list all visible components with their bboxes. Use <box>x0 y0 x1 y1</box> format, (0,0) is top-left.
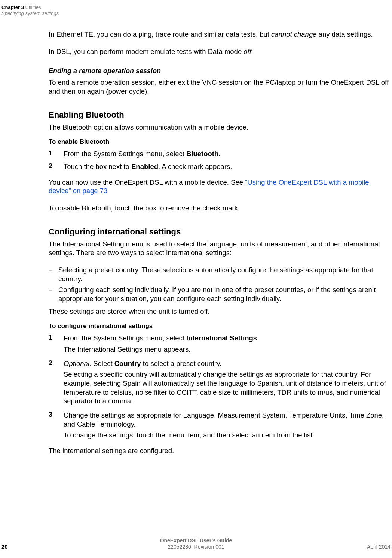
step-body: Change the settings as appropriate for L… <box>64 411 390 440</box>
step-number: 2 <box>49 359 64 406</box>
dash-bullet: – <box>49 266 58 283</box>
list-item: 2 Optional. Select Country to select a p… <box>49 359 390 406</box>
step-sub: The International Settings menu appears. <box>64 345 259 354</box>
page-header: Chapter 3 Utilities Specifying system se… <box>1 4 59 16</box>
numbered-list: 1 From the System Settings menu, select … <box>49 149 390 171</box>
list-item: – Configuring each setting individually.… <box>49 285 390 303</box>
step-body: Touch the box next to Enabled. A check m… <box>64 162 232 171</box>
section-title: Specifying system settings <box>1 10 59 16</box>
paragraph: In DSL, you can perform modem emulate te… <box>49 47 390 56</box>
step-body: Optional. Select Country to select a pre… <box>64 359 390 406</box>
step-number: 1 <box>49 149 64 158</box>
list-body: Configuring each setting individually. I… <box>58 285 390 303</box>
list-body: Selecting a preset country. These select… <box>58 266 390 283</box>
paragraph: To disable Bluetooth, touch the box to r… <box>49 204 390 213</box>
list-item: 1 From the System Settings menu, select … <box>49 334 390 354</box>
page-number: 20 <box>1 543 8 550</box>
numbered-list: 1 From the System Settings menu, select … <box>49 334 390 440</box>
heading-to-enable-bluetooth: To enable Bluetooth <box>49 138 390 146</box>
dash-list: – Selecting a preset country. These sele… <box>49 266 390 303</box>
heading-to-configure-international: To configure international settings <box>49 322 390 330</box>
step-number: 3 <box>49 411 64 440</box>
step-body: From the System Settings menu, select In… <box>64 334 259 354</box>
chapter-title: Utilities <box>24 4 41 10</box>
list-item: 2 Touch the box next to Enabled. A check… <box>49 162 390 171</box>
step-number: 2 <box>49 162 64 171</box>
page-footer: OneExpert DSL User’s Guide 22052280, Rev… <box>0 537 392 550</box>
list-item: – Selecting a preset country. These sele… <box>49 266 390 283</box>
page-date: April 2014 <box>367 544 391 550</box>
heading-ending-remote: Ending a remote operation session <box>49 67 390 75</box>
heading-configuring-international: Configuring international settings <box>49 227 390 237</box>
list-item: 1 From the System Settings menu, select … <box>49 149 390 158</box>
chapter-number: Chapter 3 <box>1 4 24 10</box>
step-sub: To change the settings, touch the menu i… <box>64 431 390 440</box>
step-number: 1 <box>49 334 64 354</box>
paragraph: The International Setting menu is used t… <box>49 240 390 257</box>
step-body: From the System Settings menu, select Bl… <box>64 149 220 158</box>
step-sub: Selecting a specific country will automa… <box>64 370 390 406</box>
dash-bullet: – <box>49 285 58 303</box>
paragraph: In Ethernet TE, you can do a ping, trace… <box>49 30 390 39</box>
page-content: In Ethernet TE, you can do a ping, trace… <box>49 30 390 464</box>
paragraph: The Bluetooth option allows communicatio… <box>49 123 390 132</box>
list-item: 3 Change the settings as appropriate for… <box>49 411 390 440</box>
paragraph: The international settings are configure… <box>49 446 390 455</box>
chapter-label: Chapter 3 Utilities <box>1 4 59 10</box>
paragraph: To end a remote operation session, eithe… <box>49 78 390 95</box>
footer-title: OneExpert DSL User’s Guide <box>0 537 392 543</box>
paragraph: These settings are stored when the unit … <box>49 307 390 316</box>
heading-enabling-bluetooth: Enabling Bluetooth <box>49 110 390 120</box>
paragraph: You can now use the OneExpert DSL with a… <box>49 178 390 195</box>
footer-sub: 22052280, Revision 001 <box>0 544 392 550</box>
